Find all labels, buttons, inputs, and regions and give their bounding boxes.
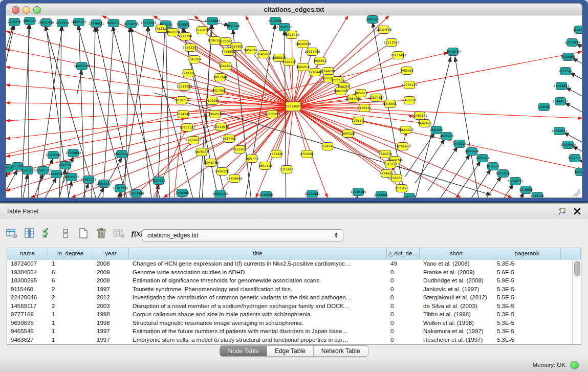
table-row[interactable]: 969969511998Structural magnetic resonanc… bbox=[7, 319, 573, 327]
table-row[interactable]: 946554611997Estimation of the future num… bbox=[7, 327, 573, 336]
table-row[interactable]: 946362711997Embryonic stem cells: a mode… bbox=[7, 336, 573, 344]
table-cell[interactable]: Corpus callosum shape and size in male p… bbox=[129, 310, 387, 319]
table-scrollbar[interactable] bbox=[572, 259, 581, 344]
table-cell[interactable]: Franke et al. (2009) bbox=[420, 268, 493, 277]
table-cell[interactable]: 18724007 bbox=[7, 259, 48, 268]
table-cell[interactable]: Nakamura et al. (1997) bbox=[420, 327, 493, 336]
table-cell[interactable]: 0 bbox=[387, 293, 420, 302]
resize-grip-icon[interactable] bbox=[573, 189, 580, 196]
memory-status-icon[interactable] bbox=[570, 361, 579, 369]
table-cell[interactable]: 1997 bbox=[93, 336, 129, 344]
table-cell[interactable]: 1 bbox=[48, 327, 93, 336]
table-cell[interactable]: 5.3E-5 bbox=[493, 302, 561, 311]
table-cell[interactable]: 0 bbox=[387, 268, 420, 277]
table-cell[interactable]: Structural magnetic resonance image aver… bbox=[129, 319, 387, 327]
table-cell[interactable]: 5.3E-5 bbox=[493, 285, 561, 294]
table-cell[interactable]: 1998 bbox=[93, 310, 129, 319]
table-cell[interactable]: Jankovic et al. (1997) bbox=[420, 285, 493, 294]
table-cell[interactable]: 0 bbox=[387, 302, 420, 311]
table-cell[interactable]: Stergiakouli et al. (2012) bbox=[420, 293, 493, 302]
close-panel-icon[interactable] bbox=[574, 208, 581, 215]
table-cell[interactable]: 1 bbox=[48, 259, 93, 268]
table-cell[interactable]: 1 bbox=[48, 310, 93, 319]
table-cell[interactable]: de Silva et al. (2003) bbox=[420, 302, 493, 311]
table-cell[interactable]: 2012 bbox=[93, 293, 129, 302]
window-titlebar[interactable]: citations_edges.txt bbox=[6, 3, 582, 16]
column-header[interactable]: in_degree bbox=[48, 248, 93, 259]
column-header[interactable]: year bbox=[93, 248, 129, 259]
table-cell[interactable]: 1998 bbox=[93, 319, 129, 327]
table-row[interactable]: 1938455462009Genome-wide association stu… bbox=[7, 268, 573, 277]
table-cell[interactable]: 5.6E-5 bbox=[493, 268, 561, 277]
table-row[interactable]: 1872400712008Changes of HCN gene express… bbox=[7, 259, 573, 268]
table-cell[interactable]: 2 bbox=[48, 302, 93, 311]
table-cell[interactable]: Changes of HCN gene expression and I(f) … bbox=[129, 259, 387, 268]
table-row[interactable]: 977716911998Corpus callosum shape and si… bbox=[7, 310, 573, 319]
table-cell[interactable]: Estimation of significance thresholds fo… bbox=[129, 276, 387, 285]
table-cell[interactable]: 0 bbox=[387, 276, 420, 285]
table-cell[interactable]: Hescheler et al. (1997) bbox=[420, 336, 493, 344]
table-cell[interactable]: 14569117 bbox=[7, 302, 48, 311]
column-header[interactable]: pagerank bbox=[493, 248, 561, 259]
show-columns-icon[interactable] bbox=[23, 227, 36, 239]
table-cell[interactable]: 2009 bbox=[93, 268, 129, 277]
table-cell[interactable]: Embryonic stem cells: a model to study s… bbox=[129, 336, 387, 344]
table-cell[interactable]: 1997 bbox=[93, 285, 129, 294]
table-cell[interactable]: 0 bbox=[387, 310, 420, 319]
table-panel-titlebar[interactable]: Table Panel bbox=[0, 204, 588, 220]
table-cell[interactable]: Tourette syndrome. Phenomenology and cla… bbox=[129, 285, 387, 294]
column-header[interactable]: short bbox=[420, 248, 493, 259]
table-cell[interactable]: 9699695 bbox=[7, 319, 48, 327]
table-cell[interactable]: 5.3E-5 bbox=[493, 336, 561, 344]
float-panel-icon[interactable] bbox=[558, 207, 567, 215]
table-cell[interactable]: 5.3E-5 bbox=[493, 327, 561, 336]
table-cell[interactable]: 2 bbox=[48, 293, 93, 302]
table-cell[interactable]: 9465546 bbox=[7, 327, 48, 336]
table-cell[interactable]: 18300295 bbox=[7, 276, 48, 285]
table-cell[interactable]: 19384554 bbox=[7, 268, 48, 277]
delete-column-icon[interactable] bbox=[95, 227, 108, 239]
column-header[interactable]: △ out_de… bbox=[387, 248, 420, 259]
table-scrollbar-thumb[interactable] bbox=[574, 261, 580, 276]
table-cell[interactable]: 1997 bbox=[93, 327, 129, 336]
table-cell[interactable]: 0 bbox=[387, 285, 420, 294]
select-checks-icon[interactable] bbox=[41, 227, 54, 239]
delete-table-icon[interactable] bbox=[113, 227, 126, 239]
table-cell[interactable]: 2003 bbox=[93, 302, 129, 311]
table-cell[interactable]: 9777169 bbox=[7, 310, 48, 319]
table-cell[interactable]: 0 bbox=[387, 319, 420, 327]
table-select-dropdown[interactable]: citations_edges.txt ▲▼ bbox=[142, 229, 343, 242]
table-row[interactable]: 911546021997Tourette syndrome. Phenomeno… bbox=[7, 285, 573, 294]
network-graph[interactable]: 2405572190536820891406931397410655287152… bbox=[6, 15, 582, 198]
table-cell[interactable]: 5.5E-5 bbox=[493, 293, 561, 302]
table-cell[interactable]: 9463627 bbox=[7, 336, 48, 344]
table-row[interactable]: 2242004622012Investigating the contribut… bbox=[7, 293, 573, 302]
tab-edge-table[interactable]: Edge Table bbox=[267, 346, 314, 356]
column-header[interactable]: name bbox=[7, 248, 48, 259]
table-cell[interactable]: 5.3E-5 bbox=[493, 259, 561, 268]
table-cell[interactable]: 2008 bbox=[93, 259, 129, 268]
table-cell[interactable]: 6 bbox=[48, 276, 93, 285]
table-cell[interactable]: 5.3E-5 bbox=[493, 310, 561, 319]
tab-network-table[interactable]: Network Table bbox=[314, 346, 368, 356]
table-cell[interactable]: 5.9E-5 bbox=[493, 276, 561, 285]
table-cell[interactable]: Genome-wide association studies in ADHD. bbox=[129, 268, 387, 277]
table-cell[interactable]: 0 bbox=[387, 327, 420, 336]
column-header[interactable]: title bbox=[129, 248, 387, 259]
table-cell[interactable]: 0 bbox=[387, 336, 420, 344]
tab-node-table[interactable]: Node Table bbox=[220, 346, 267, 356]
rows-icon[interactable] bbox=[59, 227, 72, 239]
table-cell[interactable]: Estimation of the future numbers of pati… bbox=[129, 327, 387, 336]
table-cell[interactable]: 49 bbox=[387, 259, 420, 268]
table-cell[interactable]: Dudbridge et al. (2008) bbox=[420, 276, 493, 285]
table-cell[interactable]: 2 bbox=[48, 285, 93, 294]
table-cell[interactable]: 9115460 bbox=[7, 285, 48, 294]
new-column-icon[interactable] bbox=[77, 227, 90, 239]
table-cell[interactable]: Disruption of a novel member of a sodium… bbox=[129, 302, 387, 311]
table-row[interactable]: 1830029562008Estimation of significance … bbox=[7, 276, 573, 285]
table-cell[interactable]: Investigating the contribution of common… bbox=[129, 293, 387, 302]
table-cell[interactable]: Tibbo et al. (1998) bbox=[420, 310, 493, 319]
table-cell[interactable]: Wolkin et al. (1998) bbox=[420, 319, 493, 327]
table-cell[interactable]: Yano et al. (2008) bbox=[420, 259, 493, 268]
table-cell[interactable]: 1 bbox=[48, 319, 93, 327]
